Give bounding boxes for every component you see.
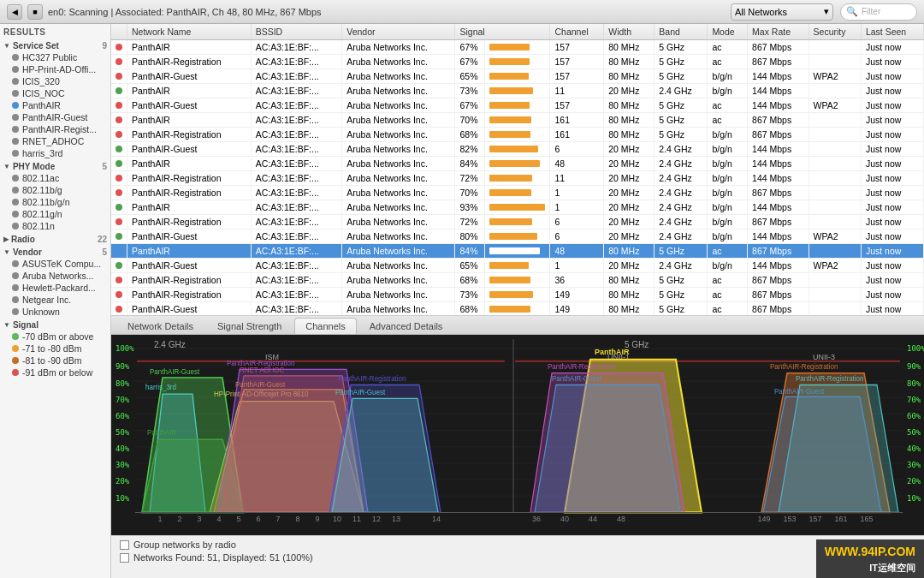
row-band: 5 GHz — [654, 288, 708, 302]
sidebar-item-harris[interactable]: harris_3rd — [0, 147, 110, 159]
sidebar-item-icis320[interactable]: ICIS_320 — [0, 75, 110, 87]
network-filter-dropdown[interactable]: All Networks ▾ — [731, 3, 833, 21]
col-name[interactable]: Network Name — [127, 24, 252, 40]
table-row[interactable]: PanthAIR-Guest AC:A3:1E:BF:... Aruba Net… — [111, 302, 924, 316]
group-by-radio-checkbox[interactable] — [120, 540, 129, 550]
table-row[interactable]: PanthAIR-Guest AC:A3:1E:BF:... Aruba Net… — [111, 259, 924, 273]
table-row[interactable]: PanthAIR AC:A3:1E:BF:... Aruba Networks … — [111, 40, 924, 55]
table-row[interactable]: PanthAIR-Registration AC:A3:1E:BF:... Ar… — [111, 215, 924, 229]
row-signal-bar — [485, 215, 550, 229]
table-row[interactable]: PanthAIR-Guest AC:A3:1E:BF:... Aruba Net… — [111, 229, 924, 244]
row-color-indicator — [111, 98, 127, 113]
content-area: Network Name BSSID Vendor Signal Channel… — [111, 24, 924, 578]
row-signal-pct: 73% — [455, 288, 485, 302]
sidebar-item-panthair[interactable]: PanthAIR — [0, 99, 110, 111]
svg-text:50%: 50% — [116, 427, 130, 437]
sidebar-item-80211ac[interactable]: 802.11ac — [0, 172, 110, 184]
tab-signal-strength[interactable]: Signal Strength — [206, 318, 293, 334]
svg-text:149: 149 — [757, 515, 770, 523]
sidebar-item-sig-mid[interactable]: -71 to -80 dBm — [0, 343, 110, 355]
sidebar-section-vendor[interactable]: ▼ Vendor 5 — [0, 245, 110, 258]
sidebar-item-hp-print[interactable]: HP-Print-AD-Offi... — [0, 63, 110, 75]
filter-input[interactable]: 🔍 Filter — [840, 3, 917, 21]
table-row[interactable]: PanthAIR-Guest AC:A3:1E:BF:... Aruba Net… — [111, 98, 924, 113]
col-channel[interactable]: Channel — [550, 24, 604, 40]
sidebar-item-80211n[interactable]: 802.11n — [0, 220, 110, 232]
sidebar-item-80211bg[interactable]: 802.11b/g — [0, 184, 110, 196]
sidebar-item-panthair-guest[interactable]: PanthAIR-Guest — [0, 111, 110, 123]
table-row[interactable]: PanthAIR-Registration AC:A3:1E:BF:... Ar… — [111, 288, 924, 302]
row-network-name: PanthAIR-Guest — [127, 259, 252, 273]
table-row[interactable]: PanthAIR-Registration AC:A3:1E:BF:... Ar… — [111, 171, 924, 186]
row-color-indicator — [111, 244, 127, 259]
row-lastseen: Just now — [861, 288, 923, 302]
sidebar-item-icis-noc[interactable]: ICIS_NOC — [0, 87, 110, 99]
table-row[interactable]: PanthAIR AC:A3:1E:BF:... Aruba Networks … — [111, 200, 924, 215]
tab-channels[interactable]: Channels — [294, 318, 356, 334]
sidebar-item-80211gn[interactable]: 802.11g/n — [0, 208, 110, 220]
table-row[interactable]: PanthAIR-Registration AC:A3:1E:BF:... Ar… — [111, 273, 924, 288]
row-lastseen: Just now — [861, 244, 923, 259]
sidebar-section-phy[interactable]: ▼ PHY Mode 5 — [0, 159, 110, 172]
sidebar-item-aruba[interactable]: Aruba Networks... — [0, 270, 110, 282]
table-row[interactable]: PanthAIR AC:A3:1E:BF:... Aruba Networks … — [111, 84, 924, 98]
table-row[interactable]: PanthAIR AC:A3:1E:BF:... Aruba Networks … — [111, 157, 924, 171]
col-maxrate[interactable]: Max Rate — [748, 24, 809, 40]
col-security[interactable]: Security — [808, 24, 861, 40]
tab-network-details[interactable]: Network Details — [116, 318, 204, 334]
svg-text:100%: 100% — [907, 343, 924, 353]
row-lastseen: Just now — [861, 302, 923, 316]
table-row[interactable]: PanthAIR AC:A3:1E:BF:... Aruba Networks … — [111, 113, 924, 128]
back-button[interactable]: ◀ — [7, 4, 22, 20]
sidebar-item-sig-low[interactable]: -81 to -90 dBm — [0, 355, 110, 366]
svg-text:PanthAIR-Registration: PanthAIR-Registration — [548, 363, 616, 371]
col-lastseen[interactable]: Last Seen — [861, 24, 923, 40]
svg-text:165: 165 — [860, 515, 873, 523]
sidebar-item-netgear[interactable]: Netgear Inc. — [0, 294, 110, 306]
table-row[interactable]: PanthAIR-Guest AC:A3:1E:BF:... Aruba Net… — [111, 69, 924, 84]
col-width[interactable]: Width — [604, 24, 654, 40]
stop-button[interactable]: ■ — [27, 4, 43, 20]
row-maxrate: 144 Mbps — [748, 69, 809, 84]
table-row[interactable]: PanthAIR-Registration AC:A3:1E:BF:... Ar… — [111, 128, 924, 142]
sidebar-item-hc327[interactable]: HC327 Public — [0, 51, 110, 63]
sidebar-section-radio[interactable]: ▶ Radio 22 — [0, 232, 110, 245]
row-network-name: PanthAIR — [127, 200, 252, 215]
col-signal[interactable]: Signal — [455, 24, 550, 40]
row-band: 5 GHz — [654, 98, 708, 113]
networks-found-checkbox[interactable] — [120, 553, 129, 563]
col-mode[interactable]: Mode — [708, 24, 748, 40]
svg-marker-75 — [535, 385, 680, 513]
col-bssid[interactable]: BSSID — [251, 24, 342, 40]
row-security — [808, 157, 861, 171]
row-color-indicator — [111, 171, 127, 186]
row-width: 20 MHz — [604, 229, 654, 244]
tab-advanced-details[interactable]: Advanced Details — [358, 318, 454, 334]
sidebar-section-service-set[interactable]: ▼ Service Set 9 — [0, 39, 110, 51]
row-network-name: PanthAIR-Registration — [127, 215, 252, 229]
row-lastseen: Just now — [861, 200, 923, 215]
col-vendor[interactable]: Vendor — [342, 24, 455, 40]
table-row[interactable]: PanthAIR AC:A3:1E:BF:... Aruba Networks … — [111, 244, 924, 259]
col-band[interactable]: Band — [654, 24, 708, 40]
sidebar-item-sig-very-low[interactable]: -91 dBm or below — [0, 366, 110, 378]
svg-text:PanthAIR-Guest: PanthAIR-Guest — [235, 380, 286, 388]
sidebar-item-80211bgn[interactable]: 802.11b/g/n — [0, 196, 110, 208]
sidebar-item-unknown[interactable]: Unknown — [0, 306, 110, 318]
table-row[interactable]: PanthAIR-Guest AC:A3:1E:BF:... Aruba Net… — [111, 142, 924, 157]
table-row[interactable]: PanthAIR-Registration AC:A3:1E:BF:... Ar… — [111, 55, 924, 69]
table-row[interactable]: PanthAIR-Registration AC:A3:1E:BF:... Ar… — [111, 186, 924, 200]
sidebar-item-hp[interactable]: Hewlett-Packard... — [0, 282, 110, 294]
sidebar-item-rnet[interactable]: RNET_ADHOC — [0, 135, 110, 147]
sidebar-item-asus[interactable]: ASUSTeK Compu... — [0, 258, 110, 270]
sidebar-section-signal[interactable]: ▼ Signal — [0, 318, 110, 331]
sidebar-item-sig-strong[interactable]: -70 dBm or above — [0, 331, 110, 343]
row-color-indicator — [111, 40, 127, 55]
row-maxrate: 144 Mbps — [748, 259, 809, 273]
sidebar-item-panthair-reg[interactable]: PanthAIR-Regist... — [0, 123, 110, 135]
svg-text:80%: 80% — [116, 378, 130, 387]
row-network-name: PanthAIR-Registration — [127, 186, 252, 200]
row-mode: b/g/n — [708, 142, 748, 157]
row-security — [808, 273, 861, 288]
row-signal-bar — [485, 186, 550, 200]
